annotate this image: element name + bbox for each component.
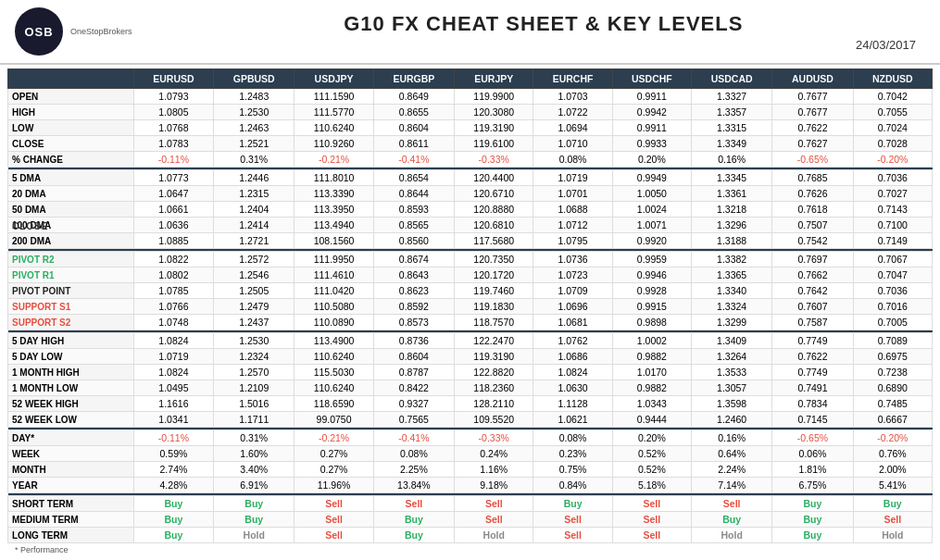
data-cell: 1.3365 — [692, 268, 772, 283]
data-cell: 0.06% — [772, 446, 853, 462]
logo-text: OneStopBrokers — [70, 27, 132, 36]
table-row: 1 MONTH HIGH1.08241.2570115.50300.878712… — [8, 365, 933, 380]
data-cell: 0.8736 — [373, 333, 454, 349]
data-cell: 1.3340 — [692, 283, 772, 299]
data-cell: 1.0824 — [533, 365, 612, 380]
data-cell: 2.24% — [692, 462, 772, 478]
data-cell: 0.9882 — [612, 380, 691, 396]
data-cell: Hold — [853, 528, 932, 543]
data-cell: 0.7028 — [853, 136, 932, 152]
data-cell: 1.1616 — [133, 396, 213, 412]
data-cell: 1.3296 — [692, 218, 772, 233]
row-label-cell: 50 DMA — [8, 202, 134, 218]
data-cell: 110.6240 — [295, 380, 373, 396]
data-cell: 1.0773 — [133, 170, 213, 186]
data-cell: 1.2109 — [214, 380, 295, 396]
row-label-cell: 1 MONTH LOW — [8, 380, 134, 396]
data-cell: 0.7145 — [772, 412, 853, 428]
data-cell: 1.0822 — [133, 252, 213, 268]
data-cell: 1.0785 — [133, 283, 213, 299]
data-cell: 1.2315 — [214, 186, 295, 202]
data-cell: 0.9920 — [612, 233, 691, 249]
data-cell: 0.8623 — [373, 283, 454, 299]
data-cell: 0.52% — [612, 462, 691, 478]
data-cell: 113.4900 — [295, 333, 373, 349]
data-cell: 0.7055 — [853, 105, 932, 120]
data-cell: 1.2479 — [214, 299, 295, 315]
col-header-gpbusd: GPBUSD — [214, 69, 295, 89]
data-cell: 0.23% — [533, 446, 612, 462]
data-cell: 1.3264 — [692, 349, 772, 365]
data-cell: 1.0885 — [133, 233, 213, 249]
table-row: PIVOT R21.08221.2572111.99500.8674120.73… — [8, 252, 933, 268]
data-cell: 110.5080 — [295, 299, 373, 315]
data-cell: 118.6590 — [295, 396, 373, 412]
table-row: 20 DMA1.06471.2315113.33900.8644120.6710… — [8, 186, 933, 202]
data-cell: Sell — [692, 496, 772, 512]
row-label-cell: 5 DMA — [8, 170, 134, 186]
data-cell: 0.9911 — [612, 89, 691, 105]
data-cell: 1.0002 — [612, 333, 691, 349]
close-button[interactable]: CLOSE — [12, 221, 48, 231]
data-cell: 6.91% — [214, 478, 295, 493]
data-cell: 0.7622 — [772, 120, 853, 136]
data-cell: 0.7749 — [772, 365, 853, 380]
table-row: PIVOT POINT1.07851.2505111.04200.8623119… — [8, 283, 933, 299]
data-cell: 120.8880 — [455, 202, 533, 218]
data-cell: -0.21% — [295, 152, 373, 168]
data-cell: -0.11% — [133, 430, 213, 446]
page-wrapper: OSB OneStopBrokers G10 FX CHEAT SHEET & … — [0, 0, 940, 560]
data-cell: 1.0762 — [533, 333, 612, 349]
data-cell: 1.2414 — [214, 218, 295, 233]
data-cell: 1.2572 — [214, 252, 295, 268]
data-cell: -0.65% — [772, 430, 853, 446]
data-cell: 2.00% — [853, 462, 932, 478]
data-cell: 1.0688 — [533, 202, 612, 218]
data-cell: 5.18% — [612, 478, 691, 493]
data-cell: 0.7491 — [772, 380, 853, 396]
data-cell: 0.8611 — [373, 136, 454, 152]
data-cell: 1.0661 — [133, 202, 213, 218]
footnote: * Performance — [7, 543, 933, 556]
row-label-cell: 5 DAY HIGH — [8, 333, 134, 349]
logo: OSB — [15, 7, 63, 56]
data-cell: Buy — [772, 496, 853, 512]
data-cell: 1.0712 — [533, 218, 612, 233]
data-cell: 120.1720 — [455, 268, 533, 283]
data-cell: 0.7036 — [853, 170, 932, 186]
data-cell: 1.0495 — [133, 380, 213, 396]
row-label-cell: 52 WEEK LOW — [8, 412, 134, 428]
data-cell: 110.0890 — [295, 315, 373, 330]
data-cell: 1.0768 — [133, 120, 213, 136]
data-cell: 1.0719 — [133, 349, 213, 365]
row-label-cell: MONTH — [8, 462, 134, 478]
data-cell: 1.0686 — [533, 349, 612, 365]
data-cell: Buy — [533, 496, 612, 512]
data-cell: 113.4940 — [295, 218, 373, 233]
data-cell: 0.7834 — [772, 396, 853, 412]
data-cell: 0.6890 — [853, 380, 932, 396]
data-cell: 0.8644 — [373, 186, 454, 202]
data-cell: 0.20% — [612, 430, 691, 446]
data-cell: 0.9949 — [612, 170, 691, 186]
data-cell: 0.7149 — [853, 233, 932, 249]
row-label-cell: DAY* — [8, 430, 134, 446]
data-cell: 1.2570 — [214, 365, 295, 380]
data-cell: 1.0722 — [533, 105, 612, 120]
data-cell: 0.7607 — [772, 299, 853, 315]
data-cell: 1.0795 — [533, 233, 612, 249]
data-cell: Sell — [612, 528, 691, 543]
data-cell: 1.0802 — [133, 268, 213, 283]
data-cell: 13.84% — [373, 478, 454, 493]
data-cell: 0.9327 — [373, 396, 454, 412]
data-cell: 0.7685 — [772, 170, 853, 186]
data-cell: 5.41% — [853, 478, 932, 493]
data-cell: 120.4400 — [455, 170, 533, 186]
data-cell: 0.7677 — [772, 89, 853, 105]
data-cell: 1.2460 — [692, 412, 772, 428]
row-label-cell: LOW — [8, 120, 134, 136]
data-cell: 1.0343 — [612, 396, 691, 412]
table-row: MONTH2.74%3.40%0.27%2.25%1.16%0.75%0.52%… — [8, 462, 933, 478]
data-cell: 0.9928 — [612, 283, 691, 299]
col-header-eurjpy: EURJPY — [455, 69, 533, 89]
